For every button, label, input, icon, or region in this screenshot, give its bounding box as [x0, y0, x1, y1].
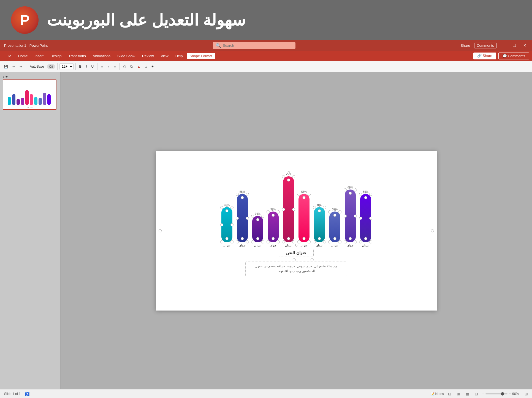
slide-title-box[interactable]: عنوان النص	[279, 249, 314, 257]
corner-br-9[interactable]	[354, 240, 357, 243]
redo-icon[interactable]: ↪	[18, 64, 24, 69]
menu-animations[interactable]: Animations	[90, 53, 113, 59]
corner-br-2[interactable]	[246, 240, 249, 243]
mid-l-2[interactable]	[236, 217, 239, 220]
title-handle-r[interactable]	[311, 258, 314, 261]
handle-top-7[interactable]	[318, 209, 321, 212]
handle-bottom-8[interactable]	[333, 237, 336, 240]
menu-shape-format[interactable]: Shape Format	[187, 53, 215, 59]
handle-bottom-2[interactable]	[241, 237, 244, 240]
corner-tl-10[interactable]	[359, 193, 362, 196]
handle-top-2[interactable]	[241, 196, 244, 199]
mid-l-1[interactable]	[220, 223, 223, 226]
handle-bottom-10[interactable]	[364, 237, 367, 240]
view-normal-icon[interactable]: ⊡	[447, 391, 453, 397]
fill-icon[interactable]: ▲	[135, 64, 142, 69]
menu-insert[interactable]: Insert	[32, 53, 47, 59]
handle-top-10[interactable]	[364, 196, 367, 199]
effects-icon[interactable]: ✦	[150, 64, 156, 69]
corner-bl-3[interactable]	[251, 240, 254, 243]
corner-tl-3[interactable]	[251, 215, 254, 218]
corner-tr-1[interactable]	[230, 206, 234, 209]
corner-tl-6[interactable]	[297, 193, 300, 196]
corner-tl-1[interactable]	[220, 206, 223, 209]
corner-tr-6[interactable]	[308, 193, 311, 196]
minimize-button[interactable]: —	[501, 43, 507, 48]
corner-tr-7[interactable]	[323, 206, 326, 209]
corner-bl-9[interactable]	[344, 240, 347, 243]
handle-bottom-6[interactable]	[303, 237, 306, 240]
corner-bl-8[interactable]	[328, 240, 331, 243]
save-icon[interactable]: 💾	[2, 64, 10, 69]
bar-3[interactable]	[252, 216, 263, 242]
zoom-in-btn[interactable]: +	[509, 392, 511, 396]
corner-tr-4[interactable]	[277, 210, 280, 213]
bar-8[interactable]	[329, 212, 340, 242]
handle-top-9[interactable]	[349, 192, 352, 195]
slide-canvas[interactable]: 40% ↻	[156, 151, 437, 311]
corner-tr-3[interactable]	[261, 215, 264, 218]
corner-bl-5[interactable]	[282, 240, 285, 243]
maximize-button[interactable]: ❐	[511, 43, 518, 48]
slide-thumbnail-1[interactable]: عنوان النص	[3, 79, 56, 110]
zoom-thumb[interactable]	[501, 392, 504, 396]
rotate-handle-title[interactable]: ↻	[279, 244, 314, 248]
corner-tr-9[interactable]	[354, 188, 357, 191]
corner-br-1[interactable]	[230, 240, 234, 243]
bold-icon[interactable]: B	[78, 64, 83, 69]
menu-view[interactable]: View	[158, 53, 171, 59]
corner-tr-8[interactable]	[338, 210, 341, 213]
menu-design[interactable]: Design	[48, 53, 64, 59]
corner-bl-6[interactable]	[297, 240, 300, 243]
mid-r-1[interactable]	[230, 223, 234, 226]
corner-br-5[interactable]	[292, 240, 295, 243]
autosave-toggle[interactable]: Off	[47, 64, 55, 69]
fit-slide-icon[interactable]: ⊡	[473, 391, 479, 397]
italic-icon[interactable]: I	[84, 64, 88, 69]
corner-bl-10[interactable]	[359, 240, 362, 243]
corner-tl-4[interactable]	[267, 210, 270, 213]
mid-r-5[interactable]	[292, 208, 295, 211]
shapes-icon[interactable]: ⬡	[121, 64, 127, 69]
handle-bottom-5[interactable]	[287, 237, 290, 240]
menu-help[interactable]: Help	[173, 53, 186, 59]
close-button[interactable]: ✕	[522, 43, 528, 48]
arrange-icon[interactable]: ⧉	[129, 64, 134, 69]
corner-br-6[interactable]	[308, 240, 311, 243]
share-button[interactable]: Share	[460, 43, 470, 48]
rotate-handle-5[interactable]: ↻	[287, 170, 290, 174]
view-grid-icon[interactable]: ⊞	[455, 391, 462, 397]
menu-review[interactable]: Review	[139, 53, 157, 59]
corner-tl-2[interactable]	[236, 193, 239, 196]
handle-top-3[interactable]	[256, 218, 259, 221]
corner-tr-2[interactable]	[246, 193, 249, 196]
outer-handle-left[interactable]	[159, 229, 162, 232]
corner-tl-5[interactable]	[282, 175, 285, 178]
menu-slideshow[interactable]: Slide Show	[115, 53, 138, 59]
bar-6[interactable]	[298, 194, 310, 242]
font-size-select[interactable]: 12+ 14 18 24	[59, 63, 74, 70]
mid-l-10[interactable]	[359, 217, 362, 220]
align-left-icon[interactable]: ≡	[99, 64, 105, 69]
handle-top-4[interactable]	[272, 214, 275, 217]
corner-br-4[interactable]	[277, 240, 280, 243]
corner-br-8[interactable]	[338, 240, 341, 243]
fit-to-window-btn[interactable]: ⊞	[525, 392, 528, 396]
outer-handle-right[interactable]	[431, 229, 434, 232]
corner-tr-10[interactable]	[369, 193, 372, 196]
corner-br-10[interactable]	[369, 240, 372, 243]
handle-bottom-7[interactable]	[318, 237, 321, 240]
handle-top-5[interactable]	[287, 179, 290, 182]
handle-bottom-9[interactable]	[349, 237, 352, 240]
corner-tl-9[interactable]	[344, 188, 347, 191]
handle-top-6[interactable]	[303, 196, 306, 199]
accessibility-icon[interactable]: ♿	[25, 392, 29, 396]
handle-bottom-4[interactable]	[272, 237, 275, 240]
share-btn[interactable]: 🔗 Share	[473, 53, 496, 59]
corner-bl-7[interactable]	[313, 240, 316, 243]
align-right-icon[interactable]: ≡	[112, 64, 117, 69]
notes-button[interactable]: 📝 Notes	[430, 392, 444, 396]
corner-br-7[interactable]	[323, 240, 326, 243]
mid-l-9[interactable]	[344, 215, 347, 218]
corner-bl-4[interactable]	[267, 240, 270, 243]
